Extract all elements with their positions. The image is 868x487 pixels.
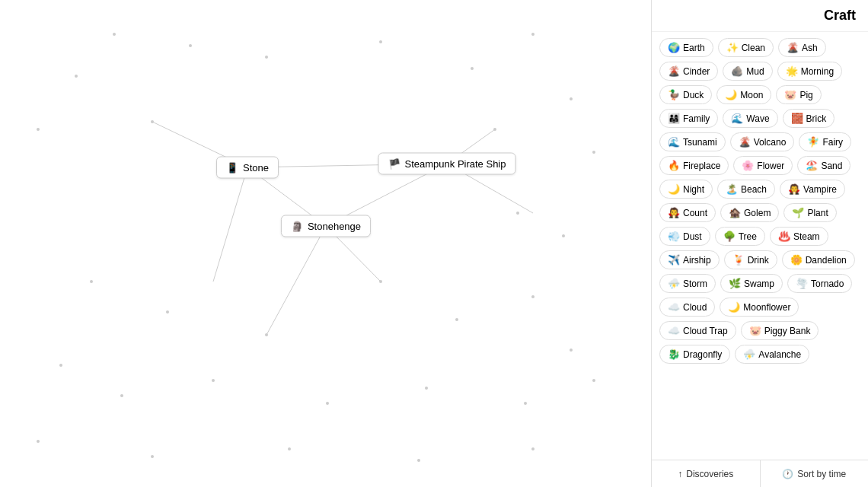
canvas-dot [166,310,169,314]
element-chip[interactable]: 🌟Morning [777,62,842,81]
canvas-dot [562,234,565,237]
chip-icon: 🌊 [668,136,680,148]
element-chip[interactable]: 🍹Drink [724,250,777,269]
chip-label: Dust [683,231,702,242]
element-chip[interactable]: ✈️Airship [659,250,720,269]
node-card-stone[interactable]: 📱Stone [216,157,279,179]
network-svg [0,0,651,487]
element-chip[interactable]: 🌪️Tornado [787,274,852,293]
chip-label: Swamp [744,279,774,289]
chip-label: Plant [807,208,828,218]
chip-icon: 🧛 [788,183,800,195]
chip-icon: 🔥 [668,160,680,171]
canvas-dot [379,280,382,283]
chip-label: Cloud [683,302,707,313]
element-chip[interactable]: 🧛Count [659,203,716,222]
element-chip[interactable]: ♨️Steam [770,227,828,246]
chip-icon: 🏝️ [726,183,738,195]
chip-label: Steam [793,231,820,242]
canvas-dot [531,447,535,450]
element-chip[interactable]: 🌼Dandelion [782,250,855,269]
chip-label: Mud [746,66,764,77]
chip-icon: 🌙 [725,89,737,100]
chip-label: Moon [740,90,763,100]
canvas-dot [90,280,93,283]
sidebar: Craft 🌍Earth✨Clean🌋Ash🌋Cinder🪨Mud🌟Mornin… [651,0,868,487]
canvas-dot [592,379,595,382]
sidebar-footer: ↑ Discoveries 🕐 Sort by time [652,460,868,487]
element-chip[interactable]: ⛈️Storm [659,274,716,293]
element-chip[interactable]: 🐷Pig [776,85,821,104]
element-chip[interactable]: 🌙Moon [716,85,771,104]
node-card-stonehenge[interactable]: 🗿Stonehenge [281,215,371,237]
element-chip[interactable]: 🧱Brick [783,109,835,128]
chip-icon: 🏚️ [729,207,741,218]
chip-icon: 🐷 [749,325,761,336]
element-chip[interactable]: ✨Clean [718,38,774,57]
chip-icon: 👨‍👩‍👧 [668,113,680,124]
canvas-dot [570,97,573,100]
element-chip[interactable]: 🌋Volcano [730,132,795,151]
canvas-dot [471,67,474,70]
element-chip[interactable]: 🌋Cinder [659,62,718,81]
sidebar-content[interactable]: 🌍Earth✨Clean🌋Ash🌋Cinder🪨Mud🌟Morning🦆Duck… [652,32,868,460]
chip-icon: ☁️ [668,325,680,336]
chip-icon: 🌼 [790,254,803,266]
element-chip[interactable]: ☁️Cloud [659,298,715,317]
chip-label: Pig [799,90,812,100]
element-chip[interactable]: 🌱Plant [783,203,836,222]
chip-label: Brick [806,113,827,124]
element-chip[interactable]: 🌙Night [659,180,713,199]
canvas-dot [455,318,458,321]
element-chip[interactable]: 🐉Dragonfly [659,345,730,364]
element-chip[interactable]: 🌋Ash [778,38,826,57]
chip-icon: 🐉 [668,349,680,360]
element-chip[interactable]: 🌊Tsunami [659,132,726,151]
chip-label: Airship [683,255,711,266]
chip-label: Storm [683,279,707,289]
element-chip[interactable]: 🧛Vampire [780,180,845,199]
element-chip[interactable]: 🧚Fairy [799,132,851,151]
chip-icon: 💨 [668,231,680,242]
element-chip[interactable]: ⛈️Avalanche [735,345,809,364]
chip-label: Cloud Trap [683,326,728,336]
element-chip[interactable]: ☁️Cloud Trap [659,321,736,340]
element-chip[interactable]: 🌿Swamp [720,274,783,293]
canvas-dot [570,349,573,352]
node-card-steampunk[interactable]: 🏴Steampunk Pirate Ship [378,153,516,175]
chip-icon: ✈️ [668,254,680,266]
element-chip[interactable]: 🌳Tree [715,227,765,246]
chip-icon: ⛈️ [668,278,680,289]
element-chip[interactable]: 🪨Mud [723,62,772,81]
node-label: Steampunk Pirate Ship [405,158,506,170]
element-chip[interactable]: 🔥Fireplace [659,156,729,175]
element-chip[interactable]: 💨Dust [659,227,710,246]
element-chip[interactable]: 🐷Piggy Bank [741,321,819,340]
chip-icon: 🌸 [742,160,754,171]
chip-label: Dragonfly [683,349,722,360]
chip-icon: 🦆 [668,89,680,100]
element-chip[interactable]: 🌙Moonflower [720,298,799,317]
element-chip[interactable]: 🏝️Beach [717,180,775,199]
element-chip[interactable]: 🏖️Sand [797,156,850,175]
sort-button[interactable]: 🕐 Sort by time [761,460,869,487]
discoveries-button[interactable]: ↑ Discoveries [652,460,761,487]
canvas-dot [212,379,215,382]
canvas-dot [151,455,154,458]
canvas-area[interactable]: 📱Stone🏴Steampunk Pirate Ship🗿Stonehenge [0,0,651,487]
canvas-dot [417,459,420,462]
element-chip[interactable]: 🌍Earth [659,38,713,57]
chip-icon: 🏖️ [806,160,818,171]
canvas-dot [516,212,519,215]
element-chip[interactable]: 🦆Duck [659,85,712,104]
chip-icon: 🐷 [784,89,796,100]
element-chip[interactable]: 🌸Flower [733,156,793,175]
chip-label: Flower [757,161,784,171]
element-chip[interactable]: 🌊Wave [723,109,777,128]
chip-icon: 🌋 [739,136,751,148]
chip-icon: 🌙 [728,301,740,313]
chip-icon: 🌍 [668,42,680,53]
canvas-dot [425,387,428,390]
element-chip[interactable]: 👨‍👩‍👧Family [659,109,718,128]
element-chip[interactable]: 🏚️Golem [720,203,779,222]
